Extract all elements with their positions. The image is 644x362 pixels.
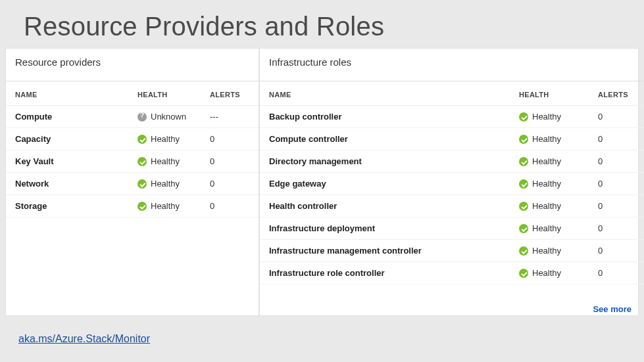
table-row[interactable]: StorageHealthy0 [6, 195, 259, 217]
row-alerts: --- [210, 112, 249, 122]
row-name: Key Vault [15, 156, 137, 166]
check-circle-icon [519, 269, 528, 278]
row-health: Healthy [137, 134, 210, 144]
question-circle-icon [137, 112, 147, 122]
health-text: Unknown [151, 112, 186, 122]
row-alerts: 0 [598, 112, 637, 122]
row-alerts: 0 [210, 156, 249, 166]
roles-rows: Backup controllerHealthy0Compute control… [260, 106, 644, 284]
health-text: Healthy [532, 268, 561, 278]
health-text: Healthy [532, 112, 561, 122]
status-panel: Resource providers NAME HEALTH ALERTS Co… [5, 48, 639, 316]
row-name: Directory management [269, 156, 519, 166]
check-circle-icon [519, 246, 528, 256]
row-alerts: 0 [210, 134, 249, 144]
health-text: Healthy [532, 179, 561, 189]
row-name: Network [15, 179, 137, 189]
row-name: Compute controller [269, 134, 519, 144]
check-circle-icon [519, 202, 528, 211]
row-alerts: 0 [210, 201, 249, 211]
row-alerts: 0 [598, 201, 637, 211]
infrastructure-roles-pane: Infrastructure roles NAME HEALTH ALERTS … [260, 49, 644, 315]
col-alerts: ALERTS [598, 91, 637, 99]
row-health: Healthy [137, 179, 210, 189]
row-name: Infrastructure deployment [269, 223, 519, 233]
check-circle-icon [519, 179, 528, 189]
roles-column-headers: NAME HEALTH ALERTS [260, 81, 644, 106]
row-alerts: 0 [598, 134, 637, 144]
health-text: Healthy [151, 134, 180, 144]
row-health: Healthy [519, 201, 598, 211]
table-row[interactable]: Infrastructure role controllerHealthy0 [260, 262, 644, 284]
table-row[interactable]: NetworkHealthy0 [6, 173, 259, 195]
row-name: Infrastructure management controller [269, 246, 519, 256]
health-text: Healthy [532, 156, 561, 166]
row-name: Capacity [15, 134, 137, 144]
row-alerts: 0 [598, 268, 637, 278]
page-title: Resource Providers and Roles [0, 0, 644, 48]
providers-column-headers: NAME HEALTH ALERTS [6, 81, 259, 106]
table-row[interactable]: Infrastructure deploymentHealthy0 [260, 217, 644, 240]
row-health: Healthy [137, 201, 210, 211]
footer-link[interactable]: aka.ms/Azure.Stack/Monitor [18, 333, 150, 345]
row-health: Healthy [519, 112, 598, 122]
health-text: Healthy [151, 156, 180, 166]
check-circle-icon [137, 135, 147, 144]
col-health: HEALTH [137, 91, 210, 99]
providers-rows: ComputeUnknown---CapacityHealthy0Key Vau… [6, 106, 259, 217]
pane-title-providers: Resource providers [6, 49, 259, 81]
health-text: Healthy [151, 179, 180, 189]
table-row[interactable]: Key VaultHealthy0 [6, 150, 259, 173]
row-health: Unknown [137, 112, 210, 122]
row-name: Storage [15, 201, 137, 211]
table-row[interactable]: CapacityHealthy0 [6, 128, 259, 150]
table-row[interactable]: Backup controllerHealthy0 [260, 106, 644, 128]
health-text: Healthy [532, 223, 561, 233]
table-row[interactable]: Compute controllerHealthy0 [260, 128, 644, 150]
check-circle-icon [519, 224, 528, 233]
row-health: Healthy [519, 223, 598, 233]
table-row[interactable]: Edge gatewayHealthy0 [260, 173, 644, 195]
check-circle-icon [137, 157, 147, 166]
table-row[interactable]: Directory managementHealthy0 [260, 150, 644, 173]
health-text: Healthy [151, 201, 180, 211]
row-name: Backup controller [269, 112, 519, 122]
row-name: Health controller [269, 201, 519, 211]
row-health: Healthy [519, 156, 598, 166]
table-row[interactable]: Health controllerHealthy0 [260, 195, 644, 217]
row-health: Healthy [519, 246, 598, 256]
check-circle-icon [519, 112, 528, 122]
table-row[interactable]: ComputeUnknown--- [6, 106, 259, 128]
row-name: Compute [15, 112, 137, 122]
resource-providers-pane: Resource providers NAME HEALTH ALERTS Co… [6, 49, 260, 315]
check-circle-icon [519, 135, 528, 144]
row-health: Healthy [519, 179, 598, 189]
col-name: NAME [15, 91, 137, 99]
table-row[interactable]: Infrastructure management controllerHeal… [260, 240, 644, 262]
col-name: NAME [269, 91, 519, 99]
row-alerts: 0 [210, 179, 249, 189]
row-name: Infrastructure role controller [269, 268, 519, 278]
see-more-link[interactable]: See more [593, 304, 632, 314]
row-alerts: 0 [598, 179, 637, 189]
row-name: Edge gateway [269, 179, 519, 189]
row-alerts: 0 [598, 156, 637, 166]
check-circle-icon [137, 179, 147, 189]
row-alerts: 0 [598, 223, 637, 233]
col-alerts: ALERTS [210, 91, 249, 99]
row-health: Healthy [519, 268, 598, 278]
health-text: Healthy [532, 246, 561, 256]
col-health: HEALTH [519, 91, 598, 99]
health-text: Healthy [532, 201, 561, 211]
check-circle-icon [519, 157, 528, 166]
row-health: Healthy [519, 134, 598, 144]
check-circle-icon [137, 202, 147, 211]
health-text: Healthy [532, 134, 561, 144]
pane-title-roles: Infrastructure roles [260, 49, 644, 81]
row-alerts: 0 [598, 246, 637, 256]
row-health: Healthy [137, 156, 210, 166]
